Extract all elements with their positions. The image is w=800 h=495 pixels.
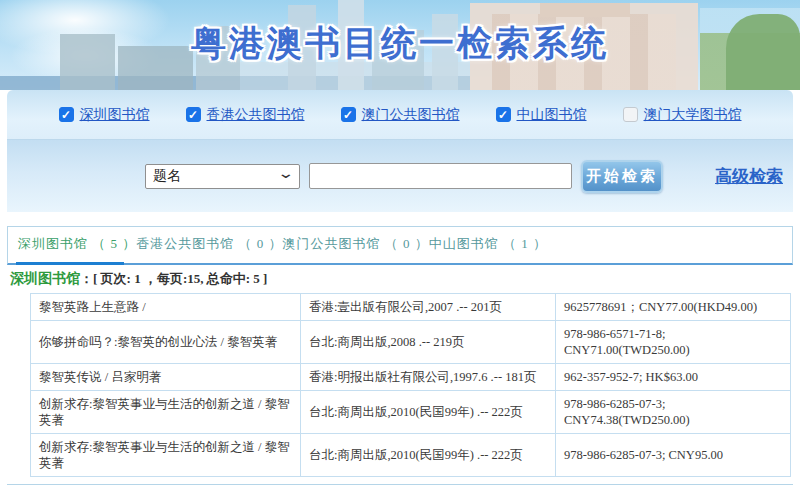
site-banner: 粤港澳书目统一检索系统 (0, 0, 800, 90)
tab-shenzhen-library[interactable]: 深圳图书馆 （ 5 ） (18, 236, 136, 251)
results-library-name: 深圳图书馆 (10, 271, 80, 286)
tab-zhongshan-library[interactable]: 中山图书馆 （ 1 ） (429, 236, 547, 251)
book-publisher: 台北:商周出版,2008 .-- 219页 (301, 321, 556, 364)
table-row: 你够拼命吗？:黎智英的创业心法 / 黎智英著 台北:商周出版,2008 .-- … (31, 321, 791, 364)
selected-field-label: 题名 (153, 167, 181, 185)
results-header: 深圳图书馆：[ 页次: 1 ，每页:15, 总命中: 5 ] (10, 270, 800, 288)
library-link[interactable]: 香港公共图书馆 (207, 106, 305, 124)
checkbox-icon[interactable] (623, 107, 638, 122)
book-title-link[interactable]: 创新求存:黎智英事业与生活的创新之道 / 黎智英著 (31, 391, 301, 434)
search-input[interactable] (309, 163, 572, 189)
table-row: 创新求存:黎智英事业与生活的创新之道 / 黎智英著 台北:商周出版,2010(民… (31, 391, 791, 434)
table-row: 创新求存:黎智英事业与生活的创新之道 / 黎智英著 台北:商周出版,2010(民… (31, 434, 791, 477)
advanced-search-link[interactable]: 高级检索 (715, 165, 783, 188)
tab-hongkong-library[interactable]: 香港公共图书馆 （ 0 ） (136, 236, 282, 251)
search-field-select[interactable]: 题名 ⌄ (145, 164, 300, 189)
book-title-link[interactable]: 黎智英路上生意路 / (31, 294, 301, 321)
results-summary: ：[ 页次: 1 ，每页:15, 总命中: 5 ] (80, 271, 267, 286)
library-link[interactable]: 深圳图书馆 (80, 106, 150, 124)
book-isbn-price: 978-986-6285-07-3; CNY74.38(TWD250.00) (556, 391, 791, 434)
checkbox-icon[interactable]: ✓ (59, 107, 74, 122)
book-publisher: 台北:商周出版,2010(民国99年) .-- 222页 (301, 434, 556, 477)
search-bar: 题名 ⌄ 开始检索 高级检索 (7, 140, 793, 212)
library-link[interactable]: 澳门公共图书馆 (362, 106, 460, 124)
next-section-border (7, 484, 793, 494)
st-pauls-ruins-graphic (540, 3, 630, 17)
table-row: 黎智英传说 / 吕家明著 香港:明报出版社有限公司,1997.6 .-- 181… (31, 364, 791, 391)
results-table: 黎智英路上生意路 / 香港:壹出版有限公司,2007 .-- 201页 9625… (30, 293, 791, 477)
library-option-zhongshan[interactable]: ✓ 中山图书馆 (496, 106, 587, 124)
checkbox-icon[interactable]: ✓ (186, 107, 201, 122)
chevron-down-icon: ⌄ (277, 165, 295, 182)
active-tab-indicator (16, 262, 124, 265)
library-option-macau[interactable]: ✓ 澳门公共图书馆 (341, 106, 460, 124)
book-isbn-price: 962-357-952-7; HK$63.00 (556, 364, 791, 391)
book-isbn-price: 978-986-6285-07-3; CNY95.00 (556, 434, 791, 477)
search-submit-button[interactable]: 开始检索 (581, 160, 663, 193)
results-tab-bar: 深圳图书馆 （ 5 ）香港公共图书馆 （ 0 ）澳门公共图书馆 （ 0 ）中山图… (7, 226, 793, 265)
tab-macau-library[interactable]: 澳门公共图书馆 （ 0 ） (283, 236, 429, 251)
search-panel: ✓ 深圳图书馆 ✓ 香港公共图书馆 ✓ 澳门公共图书馆 ✓ 中山图书馆 澳门大学… (7, 90, 793, 212)
book-isbn-price: 978-986-6571-71-8; CNY71.00(TWD250.00) (556, 321, 791, 364)
book-publisher: 香港:明报出版社有限公司,1997.6 .-- 181页 (301, 364, 556, 391)
library-checkbox-row: ✓ 深圳图书馆 ✓ 香港公共图书馆 ✓ 澳门公共图书馆 ✓ 中山图书馆 澳门大学… (7, 90, 793, 140)
library-link[interactable]: 中山图书馆 (517, 106, 587, 124)
book-isbn-price: 9625778691；CNY77.00(HKD49.00) (556, 294, 791, 321)
library-option-hongkong[interactable]: ✓ 香港公共图书馆 (186, 106, 305, 124)
table-row: 黎智英路上生意路 / 香港:壹出版有限公司,2007 .-- 201页 9625… (31, 294, 791, 321)
library-option-macau-university[interactable]: 澳门大学图书馆 (623, 106, 742, 124)
library-link[interactable]: 澳门大学图书馆 (644, 106, 742, 124)
checkbox-icon[interactable]: ✓ (496, 107, 511, 122)
book-title-link[interactable]: 创新求存:黎智英事业与生活的创新之道 / 黎智英著 (31, 434, 301, 477)
library-option-shenzhen[interactable]: ✓ 深圳图书馆 (59, 106, 150, 124)
book-title-link[interactable]: 黎智英传说 / 吕家明著 (31, 364, 301, 391)
checkbox-icon[interactable]: ✓ (341, 107, 356, 122)
book-publisher: 台北:商周出版,2010(民国99年) .-- 222页 (301, 391, 556, 434)
site-title: 粤港澳书目统一检索系统 (0, 20, 800, 67)
book-publisher: 香港:壹出版有限公司,2007 .-- 201页 (301, 294, 556, 321)
book-title-link[interactable]: 你够拼命吗？:黎智英的创业心法 / 黎智英著 (31, 321, 301, 364)
